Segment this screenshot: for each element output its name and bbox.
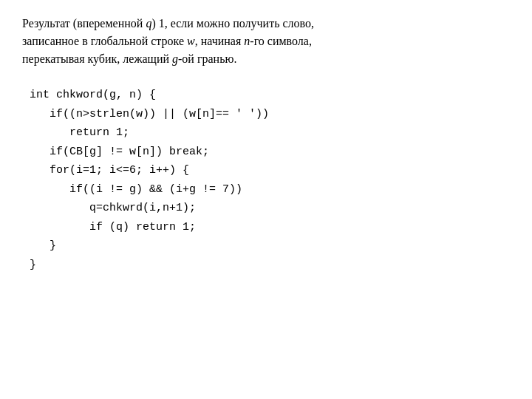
code-block: int chkword(g, n) { if((n>strlen(w)) || … bbox=[22, 86, 510, 274]
description-paragraph: Результат (впеременной q) 1, если можно … bbox=[22, 15, 510, 68]
desc-line3: перекатывая кубик, лежащий g-ой гранью. bbox=[22, 52, 236, 65]
desc-line2: записанное в глобальной строке w, начина… bbox=[22, 35, 312, 47]
desc-line1: Результат (впеременной q) 1, если можно … bbox=[22, 17, 314, 30]
